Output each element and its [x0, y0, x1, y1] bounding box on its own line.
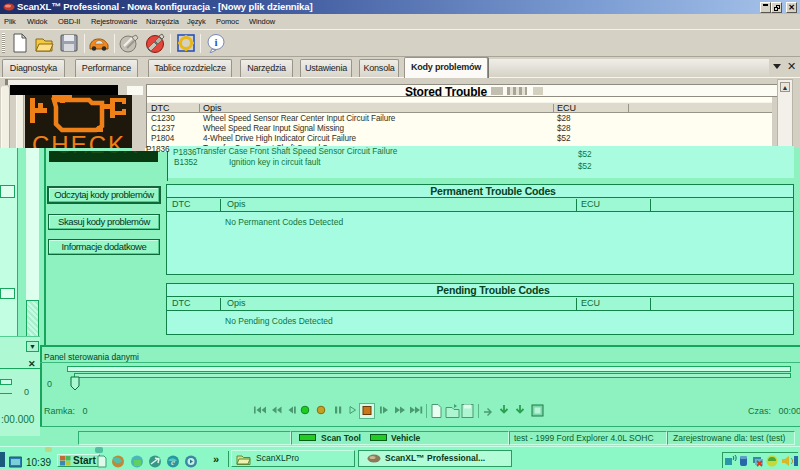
svg-text:e: e	[171, 457, 175, 467]
svg-text:i: i	[214, 36, 217, 48]
